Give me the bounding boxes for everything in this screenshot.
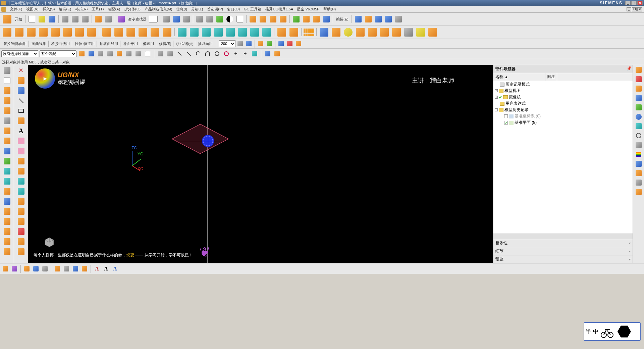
assembly-btn-4[interactable]: [322, 14, 331, 24]
surf-btn-10[interactable]: [288, 27, 300, 38]
nav-col-note[interactable]: 附注: [545, 73, 557, 81]
lt1-btn-19[interactable]: [2, 247, 12, 256]
surf-btn-5[interactable]: [225, 27, 236, 38]
start-button[interactable]: [1, 13, 13, 25]
curve-btn-2[interactable]: [364, 14, 373, 24]
rb-misc-tab-2[interactable]: [635, 179, 643, 187]
open-file-button[interactable]: [37, 14, 47, 24]
tb3-icon-5[interactable]: [277, 40, 285, 48]
curve-btn-1[interactable]: [354, 14, 363, 24]
mdi-restore-button[interactable]: ❐: [632, 7, 637, 11]
tree-row-model-history[interactable]: − 模型历史记录: [493, 107, 633, 113]
lt2-btn-11[interactable]: [16, 166, 26, 176]
snap-line-1[interactable]: [175, 50, 183, 58]
lt2-btn-13[interactable]: [16, 187, 26, 196]
tb3-icon-1[interactable]: [236, 40, 244, 48]
tb3-item-8[interactable]: 求和/缝/交: [174, 41, 195, 47]
grid-button[interactable]: [303, 27, 315, 38]
lt2-btn-10[interactable]: [16, 156, 26, 166]
lt2-btn-15[interactable]: [16, 207, 26, 216]
pin-icon[interactable]: 📌: [627, 66, 631, 70]
feat-btn-12[interactable]: [137, 27, 149, 38]
menu-help[interactable]: 帮助(H): [321, 6, 338, 12]
lt2-axis-button[interactable]: [16, 86, 26, 95]
snap-line-2[interactable]: [185, 50, 193, 58]
tb3-icon-2[interactable]: [245, 40, 253, 48]
rb-constraint-tab[interactable]: [635, 85, 643, 93]
tb3-item-0[interactable]: 替换/删除面用: [1, 41, 29, 47]
layer-button[interactable]: [258, 14, 268, 24]
view-tools-button[interactable]: [273, 50, 281, 58]
tree-row-datum-plane[interactable]: ✔ 基准平面 (8): [493, 119, 633, 126]
render-wireframe-button[interactable]: [195, 14, 204, 24]
wcs-button[interactable]: [248, 14, 258, 24]
rb-color-tab[interactable]: [635, 150, 643, 158]
expander-icon[interactable]: +: [495, 89, 498, 92]
bt-text-a1[interactable]: A: [93, 265, 101, 273]
bt-text-a2[interactable]: A: [102, 265, 110, 273]
rb-hd3d-tab[interactable]: [635, 103, 643, 111]
assembly-btn-3[interactable]: [312, 14, 321, 24]
feat-btn-9[interactable]: [101, 27, 112, 38]
tb3-icon-4[interactable]: [265, 40, 273, 48]
feat-btn-5[interactable]: [50, 27, 61, 38]
lt2-delete-button[interactable]: ✕: [16, 66, 26, 75]
lt1-btn-7[interactable]: [2, 126, 12, 136]
mold-btn-10[interactable]: [427, 27, 438, 38]
sketch-diamond[interactable]: [171, 123, 230, 155]
menu-analysis[interactable]: 分析(L): [189, 6, 205, 12]
bt-btn-9[interactable]: [80, 265, 89, 273]
lt1-btn-15[interactable]: [2, 207, 12, 216]
lt1-btn-5[interactable]: [2, 106, 12, 115]
render-studio-button[interactable]: [225, 14, 234, 24]
lt2-text-button[interactable]: A: [16, 126, 26, 136]
lt2-line-button[interactable]: [16, 96, 26, 105]
feat-btn-14[interactable]: [161, 27, 173, 38]
feat-btn-2[interactable]: [13, 27, 25, 38]
mold-btn-3[interactable]: [342, 27, 354, 38]
menu-prefs[interactable]: 首选项(P): [205, 6, 225, 12]
feat-btn-13[interactable]: [149, 27, 161, 38]
mdi-minimize-button[interactable]: _: [627, 7, 631, 11]
lt2-datum-button[interactable]: [16, 76, 26, 85]
mold-btn-7[interactable]: [391, 27, 402, 38]
view-btn-1[interactable]: [162, 14, 171, 24]
snap-tangent[interactable]: [204, 50, 212, 58]
feat-btn-10[interactable]: [113, 27, 124, 38]
rb-clock-tab[interactable]: [635, 132, 643, 140]
surf-btn-2[interactable]: [189, 27, 200, 38]
lt1-btn-17[interactable]: [2, 227, 12, 236]
bt-btn-6[interactable]: [53, 265, 61, 273]
new-file-button[interactable]: [27, 14, 37, 24]
menu-info[interactable]: 信息(I): [174, 6, 189, 12]
mold-btn-5[interactable]: [367, 27, 378, 38]
sel-tool-1[interactable]: [78, 50, 86, 58]
feat-btn-1[interactable]: [1, 27, 13, 38]
bt-btn-3[interactable]: [23, 265, 31, 273]
lt1-btn-3[interactable]: [2, 86, 12, 95]
sel-tool-7[interactable]: [134, 50, 142, 58]
menu-tools[interactable]: 工具(T): [90, 6, 106, 12]
surf-btn-4[interactable]: [213, 27, 224, 38]
feat-btn-4[interactable]: [38, 27, 49, 38]
nav-section-detail[interactable]: 细节v: [493, 247, 633, 255]
lt1-btn-12[interactable]: [2, 177, 12, 186]
curve-btn-4[interactable]: [384, 14, 393, 24]
redo-button[interactable]: [104, 14, 113, 24]
bt-btn-2[interactable]: [10, 265, 18, 273]
save-file-button[interactable]: [47, 14, 57, 24]
mdi-close-button[interactable]: ✕: [637, 7, 642, 11]
menu-format[interactable]: 格式(R): [73, 6, 90, 12]
rb-internet-tab[interactable]: [635, 113, 643, 121]
assembly-btn-1[interactable]: [291, 14, 301, 24]
numeric-dropdown[interactable]: 200: [219, 40, 235, 47]
lt1-btn-2[interactable]: [2, 76, 12, 85]
menu-yanxiu[interactable]: 燕秀UG模具1.54: [263, 6, 295, 12]
checkbox-checked[interactable]: ✔: [504, 121, 508, 124]
tb3-item-9[interactable]: 抽取面用: [196, 41, 215, 47]
tree-row-history-mode[interactable]: 历史记录模式: [493, 81, 633, 88]
lt1-btn-8[interactable]: [2, 136, 12, 146]
menu-insert[interactable]: 插入(S): [41, 6, 57, 12]
surf-btn-7[interactable]: [249, 27, 260, 38]
graphics-viewport[interactable]: ▶ UG/NX 编程精品课 主讲：耀白老师 ZC YC XC: [28, 65, 493, 263]
